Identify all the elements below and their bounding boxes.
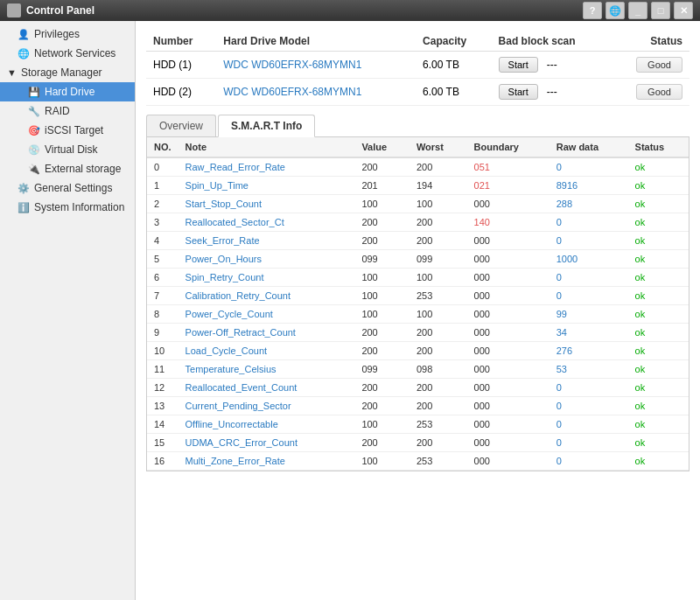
- smart-boundary: 000: [467, 415, 550, 434]
- smart-note[interactable]: Offline_Uncorrectable: [178, 415, 355, 434]
- smart-row: 10 Load_Cycle_Count 200 200 000 276 ok: [147, 342, 689, 360]
- maximize-icon[interactable]: □: [651, 2, 670, 19]
- smart-row: 9 Power-Off_Retract_Count 200 200 000 34…: [147, 324, 689, 342]
- smart-row: 0 Raw_Read_Error_Rate 200 200 051 0 ok: [147, 157, 689, 177]
- smart-raw: 99: [550, 305, 628, 324]
- harddrive-icon: 💾: [28, 87, 40, 98]
- smart-raw: 34: [550, 324, 628, 342]
- sidebar-item-system-info[interactable]: ℹ️ System Information: [0, 198, 135, 217]
- smart-no: 5: [147, 250, 178, 269]
- drive-model: WDC WD60EFRX-68MYMN1: [216, 52, 416, 79]
- smart-boundary: 000: [467, 250, 550, 269]
- smart-boundary: 000: [467, 342, 550, 360]
- smart-raw: 0: [550, 232, 628, 250]
- sidebar-item-general-settings[interactable]: ⚙️ General Settings: [0, 178, 135, 198]
- smart-note[interactable]: Current_Pending_Sector: [178, 397, 355, 415]
- smart-worst: 099: [410, 250, 467, 269]
- sidebar-item-external-storage[interactable]: 🔌 External storage: [0, 159, 135, 178]
- tab-overview[interactable]: Overview: [146, 115, 216, 136]
- smart-worst: 200: [410, 324, 467, 342]
- smart-note[interactable]: Temperature_Celsius: [178, 360, 355, 379]
- col-badscan: Bad block scan: [492, 31, 611, 52]
- smart-value: 099: [354, 360, 410, 379]
- smart-no: 9: [147, 324, 178, 342]
- smart-row: 16 Multi_Zone_Error_Rate 100 253 000 0 o…: [147, 452, 689, 471]
- smart-boundary: 000: [467, 397, 550, 415]
- smart-note[interactable]: Power_Cycle_Count: [178, 305, 355, 324]
- smart-raw: 0: [550, 452, 628, 471]
- smart-boundary: 000: [467, 287, 550, 305]
- smart-status: ok: [628, 157, 689, 177]
- smart-status: ok: [628, 287, 689, 305]
- smart-raw: 0: [550, 269, 628, 287]
- title-bar-controls: ? 🌐 _ □ ✕: [583, 2, 693, 19]
- smart-col-note: Note: [178, 137, 355, 157]
- smart-status: ok: [628, 360, 689, 379]
- smart-col-value: Value: [354, 137, 410, 157]
- smart-note[interactable]: Spin_Up_Time: [178, 177, 355, 195]
- sidebar-item-iscsi[interactable]: 🎯 iSCSI Target: [0, 121, 135, 140]
- start-scan-button[interactable]: Start: [499, 57, 538, 73]
- smart-worst: 200: [410, 232, 467, 250]
- tab-smart[interactable]: S.M.A.R.T Info: [218, 115, 315, 137]
- smart-status: ok: [628, 177, 689, 195]
- smart-worst: 200: [410, 397, 467, 415]
- smart-boundary: 000: [467, 434, 550, 452]
- smart-note[interactable]: Power_On_Hours: [178, 250, 355, 269]
- smart-worst: 200: [410, 213, 467, 232]
- smart-worst: 200: [410, 434, 467, 452]
- sidebar-item-network-services[interactable]: 🌐 Network Services: [0, 44, 135, 63]
- smart-note[interactable]: Multi_Zone_Error_Rate: [178, 452, 355, 471]
- smart-note[interactable]: Spin_Retry_Count: [178, 269, 355, 287]
- sidebar-item-raid[interactable]: 🔧 RAID: [0, 101, 135, 121]
- title-bar: Control Panel ? 🌐 _ □ ✕: [0, 0, 700, 21]
- info-icon[interactable]: ?: [583, 2, 602, 19]
- smart-status: ok: [628, 195, 689, 213]
- sidebar-item-storage-manager[interactable]: ▼ Storage Manager: [0, 63, 135, 82]
- sidebar: 👤 Privileges 🌐 Network Services ▼ Storag…: [0, 21, 136, 600]
- smart-col-no: NO.: [147, 137, 178, 157]
- smart-note[interactable]: Raw_Read_Error_Rate: [178, 157, 355, 177]
- smart-status: ok: [628, 342, 689, 360]
- smart-note[interactable]: Seek_Error_Rate: [178, 232, 355, 250]
- smart-row: 11 Temperature_Celsius 099 098 000 53 ok: [147, 360, 689, 379]
- globe-icon[interactable]: 🌐: [606, 2, 625, 19]
- smart-status: ok: [628, 250, 689, 269]
- title-text: Control Panel: [26, 4, 94, 17]
- drive-number: HDD (1): [146, 52, 216, 79]
- content-area: Number Hard Drive Model Capacity Bad blo…: [136, 21, 700, 600]
- smart-note[interactable]: Load_Cycle_Count: [178, 342, 355, 360]
- smart-row: 13 Current_Pending_Sector 200 200 000 0 …: [147, 397, 689, 415]
- smart-note[interactable]: Reallocated_Sector_Ct: [178, 213, 355, 232]
- sidebar-item-virtual-disk[interactable]: 💿 Virtual Disk: [0, 140, 135, 159]
- smart-raw: 0: [550, 415, 628, 434]
- smart-note[interactable]: Start_Stop_Count: [178, 195, 355, 213]
- start-scan-button[interactable]: Start: [499, 84, 538, 100]
- sidebar-item-hard-drive[interactable]: 💾 Hard Drive: [0, 82, 135, 101]
- iscsi-icon: 🎯: [28, 125, 40, 136]
- sidebar-item-privileges[interactable]: 👤 Privileges: [0, 24, 135, 44]
- smart-note[interactable]: UDMA_CRC_Error_Count: [178, 434, 355, 452]
- minimize-icon[interactable]: _: [628, 2, 648, 19]
- smart-raw: 276: [550, 342, 628, 360]
- smart-boundary: 000: [467, 324, 550, 342]
- smart-raw: 0: [550, 379, 628, 397]
- smart-note[interactable]: Reallocated_Event_Count: [178, 379, 355, 397]
- smart-boundary: 000: [467, 232, 550, 250]
- smart-note[interactable]: Power-Off_Retract_Count: [178, 324, 355, 342]
- smart-value: 200: [354, 157, 410, 177]
- smart-value: 100: [354, 195, 410, 213]
- tabs-container: Overview S.M.A.R.T Info: [146, 115, 690, 137]
- close-icon[interactable]: ✕: [674, 2, 693, 19]
- smart-value: 100: [354, 415, 410, 434]
- drive-row: HDD (1) WDC WD60EFRX-68MYMN1 6.00 TB Sta…: [146, 52, 690, 79]
- smart-status: ok: [628, 232, 689, 250]
- smart-col-boundary: Boundary: [467, 137, 550, 157]
- drive-badscan: Start ---: [492, 79, 611, 106]
- smart-status: ok: [628, 324, 689, 342]
- smart-no: 8: [147, 305, 178, 324]
- smart-value: 100: [354, 287, 410, 305]
- external-storage-icon: 🔌: [28, 164, 40, 175]
- smart-status: ok: [628, 305, 689, 324]
- smart-note[interactable]: Calibration_Retry_Count: [178, 287, 355, 305]
